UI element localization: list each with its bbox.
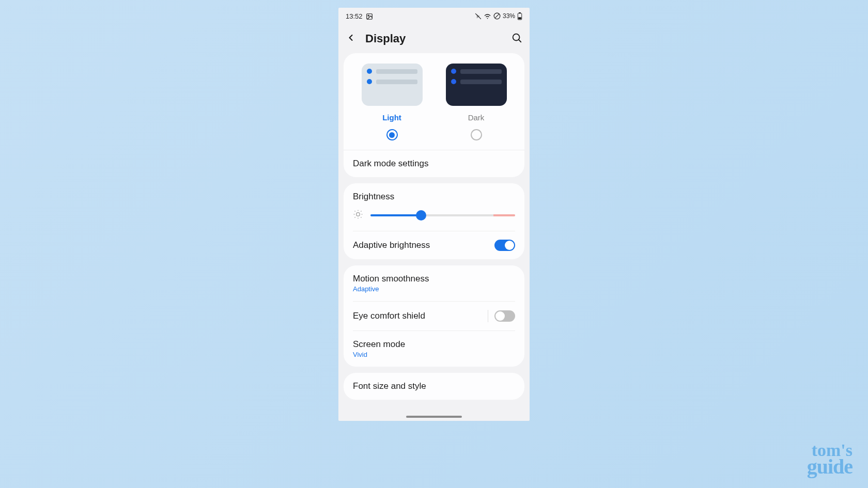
mute-icon (475, 12, 482, 20)
back-button[interactable] (346, 33, 356, 45)
search-button[interactable] (511, 32, 522, 45)
navigation-handle[interactable] (406, 416, 462, 418)
brightness-slider[interactable] (370, 214, 515, 216)
svg-line-15 (355, 211, 355, 212)
dark-mode-settings-row[interactable]: Dark mode settings (344, 150, 524, 177)
screen-mode-value: Vivid (353, 351, 405, 358)
display-options-card: Motion smoothness Adaptive Eye comfort s… (344, 265, 524, 367)
battery-percent: 33% (503, 12, 515, 20)
brightness-icon (353, 209, 363, 222)
adaptive-brightness-row[interactable]: Adaptive brightness (344, 231, 524, 259)
brightness-label: Brightness (353, 192, 515, 202)
adaptive-brightness-label: Adaptive brightness (353, 240, 430, 250)
screen-mode-row[interactable]: Screen mode Vivid (344, 331, 524, 367)
adaptive-brightness-toggle[interactable] (494, 240, 515, 251)
screenshot-icon (366, 12, 373, 20)
svg-line-18 (361, 211, 361, 212)
light-radio[interactable] (386, 129, 398, 140)
font-size-label: Font size and style (353, 381, 426, 391)
eye-comfort-row[interactable]: Eye comfort shield (344, 302, 524, 330)
font-size-row[interactable]: Font size and style (344, 373, 524, 400)
motion-smoothness-value: Adaptive (353, 285, 429, 293)
dark-preview-icon (446, 64, 507, 106)
eye-comfort-toggle[interactable] (494, 310, 515, 322)
status-time: 13:52 (346, 12, 363, 20)
watermark-line2: guide (807, 458, 853, 476)
motion-smoothness-label: Motion smoothness (353, 274, 429, 284)
phone-frame: 13:52 33% Display (338, 8, 530, 421)
svg-rect-6 (519, 12, 521, 13)
svg-line-17 (355, 217, 355, 217)
dark-label: Dark (468, 113, 485, 122)
light-label: Light (382, 113, 401, 122)
svg-line-2 (475, 13, 481, 19)
theme-option-light[interactable]: Light (356, 64, 428, 140)
svg-line-4 (495, 14, 499, 18)
svg-rect-7 (518, 17, 521, 19)
font-card: Font size and style (344, 373, 524, 400)
svg-line-9 (519, 40, 521, 42)
light-preview-icon (362, 64, 423, 106)
dark-mode-settings-label: Dark mode settings (353, 159, 428, 169)
dark-radio[interactable] (471, 129, 482, 140)
status-bar: 13:52 33% (338, 8, 530, 24)
header: Display (338, 24, 530, 53)
svg-point-1 (368, 15, 369, 16)
theme-option-dark[interactable]: Dark (440, 64, 513, 140)
eye-comfort-label: Eye comfort shield (353, 311, 425, 321)
wifi-icon (484, 12, 491, 20)
watermark: tom's guide (807, 443, 853, 476)
brightness-card: Brightness Adaptive brightness (344, 183, 524, 259)
theme-card: Light Dark Dark mode settings (344, 53, 524, 177)
motion-smoothness-row[interactable]: Motion smoothness Adaptive (344, 265, 524, 301)
screen-mode-label: Screen mode (353, 339, 405, 350)
svg-line-16 (361, 217, 361, 217)
no-data-icon (493, 12, 501, 20)
svg-point-10 (357, 213, 360, 216)
battery-icon (517, 12, 522, 20)
page-title: Display (365, 32, 406, 45)
